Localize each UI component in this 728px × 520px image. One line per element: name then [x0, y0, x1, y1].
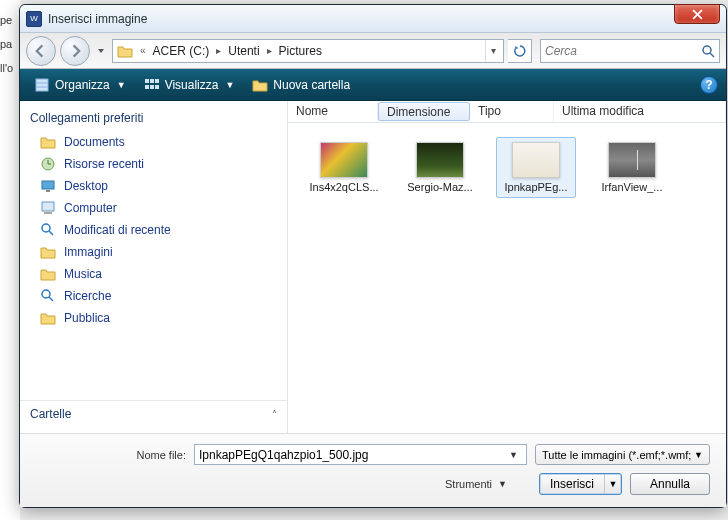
tools-menu[interactable]: Strumenti ▼ — [445, 478, 507, 490]
svg-rect-7 — [155, 85, 159, 89]
insert-label: Inserisci — [550, 477, 594, 491]
close-icon — [692, 9, 703, 20]
sidebar-item-public[interactable]: Pubblica — [20, 307, 287, 329]
dialog-title: Inserisci immagine — [48, 12, 147, 26]
nav-row: « ACER (C:) ▸ Utenti ▸ Pictures ▾ — [20, 33, 726, 69]
refresh-icon — [513, 44, 527, 58]
sidebar-item-label: Risorse recenti — [64, 157, 144, 171]
chevron-down-icon: ▼ — [498, 479, 507, 489]
sidebar-item-searches[interactable]: Ricerche — [20, 285, 287, 307]
search-box[interactable] — [540, 39, 720, 63]
file-item[interactable]: IrfanView_... — [592, 137, 672, 198]
search-input[interactable] — [545, 44, 701, 58]
toolbar: Organizza ▼ Visualizza ▼ Nuova cartella … — [20, 69, 726, 101]
sidebar-item-label: Desktop — [64, 179, 108, 193]
insert-dropdown[interactable]: ▼ — [605, 479, 621, 489]
breadcrumb-sep[interactable]: ▸ — [213, 45, 224, 56]
breadcrumb-segment[interactable]: Pictures — [275, 40, 326, 62]
sidebar-item-label: Ricerche — [64, 289, 111, 303]
new-folder-button[interactable]: Nuova cartella — [246, 74, 356, 96]
filename-input[interactable] — [199, 448, 505, 462]
cancel-button[interactable]: Annulla — [630, 473, 710, 495]
nav-history-dropdown[interactable] — [94, 47, 108, 55]
folder-icon — [40, 310, 56, 326]
svg-rect-1 — [36, 79, 48, 91]
sidebar-item-images[interactable]: Immagini — [20, 241, 287, 263]
bg-text: ll'o — [0, 62, 13, 74]
file-name: Ins4x2qCLS... — [305, 181, 383, 193]
chevron-down-icon: ▼ — [117, 80, 126, 90]
sidebar-item-recent[interactable]: Risorse recenti — [20, 153, 287, 175]
sidebar-item-music[interactable]: Musica — [20, 263, 287, 285]
views-icon — [144, 77, 160, 93]
file-item[interactable]: IpnkapPEg... — [496, 137, 576, 198]
file-item[interactable]: Sergio-Maz... — [400, 137, 480, 198]
forward-arrow-icon — [68, 44, 82, 58]
views-label: Visualizza — [165, 78, 219, 92]
insert-button[interactable]: Inserisci ▼ — [539, 473, 622, 495]
column-header-type[interactable]: Tipo — [470, 101, 554, 122]
chevron-down-icon: ▼ — [694, 450, 703, 460]
bg-text: pa — [0, 38, 12, 50]
folder-icon — [252, 77, 268, 93]
file-items[interactable]: Ins4x2qCLS... Sergio-Maz... IpnkapPEg...… — [288, 123, 726, 433]
chevron-down-icon: ▼ — [225, 80, 234, 90]
help-button[interactable]: ? — [700, 76, 718, 94]
file-item[interactable]: Ins4x2qCLS... — [304, 137, 384, 198]
sidebar-item-label: Modificati di recente — [64, 223, 171, 237]
breadcrumb-sep[interactable]: ▸ — [264, 45, 275, 56]
svg-rect-4 — [155, 79, 159, 83]
views-menu[interactable]: Visualizza ▼ — [138, 74, 241, 96]
sidebar-item-label: Musica — [64, 267, 102, 281]
back-arrow-icon — [34, 44, 48, 58]
sidebar-item-label: Immagini — [64, 245, 113, 259]
sidebar-item-desktop[interactable]: Desktop — [20, 175, 287, 197]
folder-icon — [40, 266, 56, 282]
insert-image-dialog: W Inserisci immagine « ACER (C:) ▸ Utent… — [19, 4, 727, 508]
folder-icon — [40, 134, 56, 150]
back-button[interactable] — [26, 36, 56, 66]
file-list-panel: Nome Dimensione Tipo Ultima modifica Ins… — [288, 101, 726, 433]
filename-combo[interactable]: ▼ — [194, 444, 527, 465]
close-button[interactable] — [674, 4, 720, 24]
breadcrumb[interactable]: « ACER (C:) ▸ Utenti ▸ Pictures ▾ — [112, 39, 504, 63]
thumbnail — [512, 142, 560, 178]
column-header-modified[interactable]: Ultima modifica — [554, 101, 726, 122]
sidebar-item-documents[interactable]: Documents — [20, 131, 287, 153]
filetype-label: Tutte le immagini (*.emf;*.wmf; — [542, 449, 691, 461]
svg-point-14 — [42, 290, 50, 298]
breadcrumb-dropdown[interactable]: ▾ — [485, 40, 501, 62]
breadcrumb-segment[interactable]: ACER (C:) — [149, 40, 214, 62]
breadcrumb-segment[interactable]: Utenti — [224, 40, 263, 62]
file-name: IpnkapPEg... — [497, 181, 575, 193]
chevron-down-icon[interactable]: ▼ — [505, 450, 522, 460]
column-header-name[interactable]: Nome — [288, 101, 378, 122]
app-icon: W — [26, 11, 42, 27]
svg-point-0 — [703, 46, 711, 54]
svg-rect-10 — [46, 190, 50, 192]
forward-button[interactable] — [60, 36, 90, 66]
sidebar-item-label: Computer — [64, 201, 117, 215]
sidebar-item-modified-recently[interactable]: Modificati di recente — [20, 219, 287, 241]
svg-rect-6 — [150, 85, 154, 89]
thumbnail — [416, 142, 464, 178]
chevron-up-icon: ˄ — [272, 409, 277, 420]
desktop-icon — [40, 178, 56, 194]
organize-menu[interactable]: Organizza ▼ — [28, 74, 132, 96]
sidebar-item-label: Pubblica — [64, 311, 110, 325]
search-icon — [701, 44, 715, 58]
thumbnail — [320, 142, 368, 178]
svg-rect-9 — [42, 181, 54, 189]
refresh-button[interactable] — [508, 39, 532, 63]
sidebar-item-computer[interactable]: Computer — [20, 197, 287, 219]
folder-icon — [115, 42, 135, 60]
sidebar-heading: Collegamenti preferiti — [20, 107, 287, 131]
titlebar[interactable]: W Inserisci immagine — [20, 5, 726, 33]
folders-toggle[interactable]: Cartelle ˄ — [20, 400, 287, 427]
search-folder-icon — [40, 222, 56, 238]
svg-rect-3 — [150, 79, 154, 83]
column-header-size[interactable]: Dimensione — [378, 102, 470, 121]
folders-label: Cartelle — [30, 407, 71, 421]
filetype-combo[interactable]: Tutte le immagini (*.emf;*.wmf; ▼ — [535, 444, 710, 465]
chevron-down-icon — [97, 47, 105, 55]
